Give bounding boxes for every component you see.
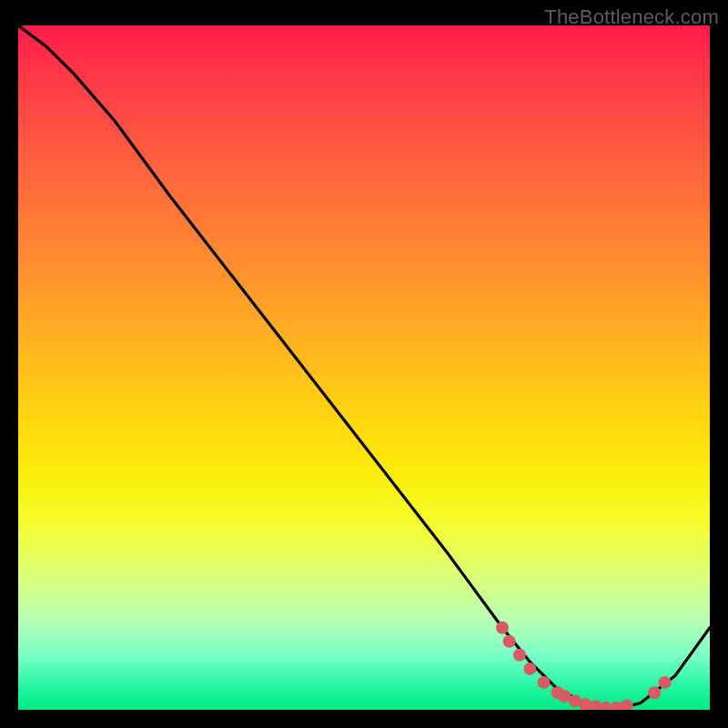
bottleneck-curve — [18, 25, 710, 710]
data-marker — [659, 676, 672, 689]
data-marker — [496, 622, 509, 634]
marker-group — [496, 622, 672, 710]
data-marker — [513, 649, 526, 662]
chart-frame: TheBottleneck.com — [0, 0, 728, 728]
curve-layer — [18, 25, 710, 710]
plot-area — [18, 25, 710, 710]
data-marker — [648, 686, 661, 699]
data-marker — [503, 635, 516, 648]
data-marker — [523, 662, 536, 675]
data-marker — [538, 676, 551, 689]
data-marker — [621, 700, 633, 711]
